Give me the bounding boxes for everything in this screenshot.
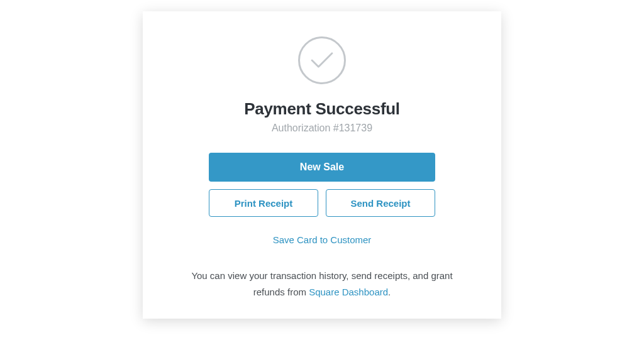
footer-message: You can view your transaction history, s… xyxy=(184,268,460,300)
new-sale-button[interactable]: New Sale xyxy=(209,153,435,182)
square-dashboard-link[interactable]: Square Dashboard xyxy=(309,287,388,297)
footer-text-after: . xyxy=(388,287,391,297)
receipt-button-row: Print Receipt Send Receipt xyxy=(209,189,435,217)
payment-success-card: Payment Successful Authorization #131739… xyxy=(143,11,501,319)
authorization-number: Authorization #131739 xyxy=(272,123,372,134)
print-receipt-button[interactable]: Print Receipt xyxy=(209,189,318,217)
send-receipt-button[interactable]: Send Receipt xyxy=(326,189,435,217)
save-card-link[interactable]: Save Card to Customer xyxy=(273,234,372,245)
checkmark-icon xyxy=(298,36,346,84)
page-title: Payment Successful xyxy=(244,99,400,119)
